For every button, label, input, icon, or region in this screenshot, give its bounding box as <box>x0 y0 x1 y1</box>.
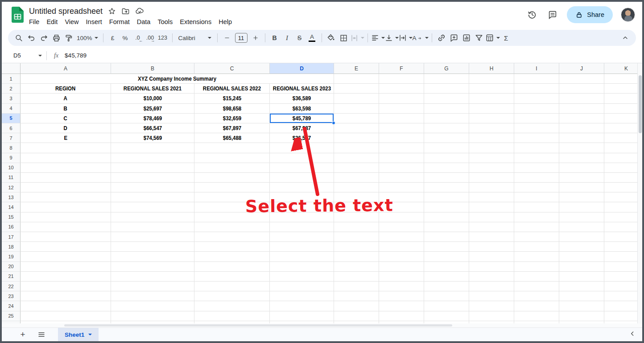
horizontal-align-button[interactable] <box>371 32 385 44</box>
cell-A17[interactable] <box>21 232 111 242</box>
cell-E14[interactable] <box>334 202 379 212</box>
cell-E19[interactable] <box>334 252 379 261</box>
cell-C17[interactable] <box>194 232 270 242</box>
fill-color-button[interactable] <box>325 32 338 44</box>
cell-A18[interactable] <box>21 242 111 252</box>
row-header-10[interactable]: 10 <box>2 163 21 173</box>
cell-I14[interactable] <box>514 202 559 212</box>
cell-B3[interactable]: $10,000 <box>111 94 194 103</box>
cell-D13[interactable] <box>270 192 334 202</box>
cell-F13[interactable] <box>379 192 424 202</box>
show-side-panel-icon[interactable] <box>629 330 636 339</box>
functions-button[interactable]: Σ <box>500 32 512 44</box>
cell-J8[interactable] <box>559 143 604 153</box>
cell-B24[interactable] <box>111 301 194 311</box>
cell-A22[interactable] <box>21 282 111 291</box>
horizontal-scrollbar-thumb[interactable] <box>64 324 452 327</box>
cell-I15[interactable] <box>514 212 559 222</box>
share-button[interactable]: Share <box>567 6 613 23</box>
more-formats-button[interactable]: 123 <box>157 32 169 44</box>
cell-D5-selected[interactable]: $45,789 <box>270 114 334 123</box>
row-header-20[interactable]: 20 <box>2 262 21 272</box>
cell-F11[interactable] <box>379 173 424 183</box>
cell-D9[interactable] <box>270 153 334 163</box>
cell-F6[interactable] <box>379 123 424 133</box>
search-icon[interactable] <box>12 32 25 44</box>
cell-I12[interactable] <box>514 183 559 192</box>
cell-J12[interactable] <box>559 183 604 192</box>
cell-E6[interactable] <box>334 123 379 133</box>
cell-H25[interactable] <box>469 311 514 321</box>
cell-K19[interactable] <box>604 252 642 261</box>
cell-F5[interactable] <box>379 114 424 123</box>
cell-E23[interactable] <box>334 291 379 301</box>
cell-D6[interactable]: $67,987 <box>270 123 334 133</box>
cell-A3[interactable]: A <box>21 94 111 103</box>
cell-C9[interactable] <box>194 153 270 163</box>
cell-J22[interactable] <box>559 282 604 291</box>
row-header-15[interactable]: 15 <box>2 212 21 222</box>
cell-K10[interactable] <box>604 163 642 173</box>
cell-F7[interactable] <box>379 133 424 143</box>
move-to-folder-icon[interactable] <box>121 7 130 16</box>
cell-J25[interactable] <box>559 311 604 321</box>
cell-I1[interactable] <box>514 74 559 84</box>
cell-F22[interactable] <box>379 282 424 291</box>
cell-B4[interactable]: $25,697 <box>111 104 194 114</box>
cell-E5[interactable] <box>334 114 379 123</box>
cell-G17[interactable] <box>424 232 469 242</box>
cell-H8[interactable] <box>469 143 514 153</box>
row-header-17[interactable]: 17 <box>2 232 21 242</box>
cell-D17[interactable] <box>270 232 334 242</box>
cell-G1[interactable] <box>424 74 469 84</box>
cell-H2[interactable] <box>469 84 514 94</box>
cell-H7[interactable] <box>469 133 514 143</box>
cell-B9[interactable] <box>111 153 194 163</box>
menu-help[interactable]: Help <box>215 17 235 26</box>
cell-C12[interactable] <box>194 183 270 192</box>
vertical-scrollbar-thumb[interactable] <box>639 75 642 133</box>
undo-icon[interactable] <box>25 32 37 44</box>
font-family-select[interactable]: Calibri <box>176 32 214 44</box>
cell-F10[interactable] <box>379 163 424 173</box>
cell-A23[interactable] <box>21 291 111 301</box>
vertical-scrollbar[interactable] <box>637 63 642 323</box>
cell-D22[interactable] <box>270 282 334 291</box>
cell-I4[interactable] <box>514 104 559 114</box>
cell-I24[interactable] <box>514 301 559 311</box>
cell-G5[interactable] <box>424 114 469 123</box>
cell-A15[interactable] <box>21 212 111 222</box>
cell-F21[interactable] <box>379 272 424 282</box>
cell-H10[interactable] <box>469 163 514 173</box>
cell-J6[interactable] <box>559 123 604 133</box>
table-views-button[interactable] <box>485 32 500 44</box>
cell-F4[interactable] <box>379 104 424 114</box>
cell-K23[interactable] <box>604 291 642 301</box>
cell-E2[interactable] <box>334 84 379 94</box>
cell-A14[interactable] <box>21 202 111 212</box>
text-color-button[interactable]: A <box>306 32 318 44</box>
cell-K12[interactable] <box>604 183 642 192</box>
row-header-7[interactable]: 7 <box>2 133 21 143</box>
cell-I8[interactable] <box>514 143 559 153</box>
cell-D7[interactable]: $36,547 <box>270 133 334 143</box>
cell-G3[interactable] <box>424 94 469 103</box>
cell-C24[interactable] <box>194 301 270 311</box>
cell-B23[interactable] <box>111 291 194 301</box>
column-header-B[interactable]: B <box>111 63 194 74</box>
cell-A7[interactable]: E <box>21 133 111 143</box>
column-header-D[interactable]: D <box>270 63 334 74</box>
column-header-F[interactable]: F <box>379 63 424 74</box>
cell-I6[interactable] <box>514 123 559 133</box>
cell-B11[interactable] <box>111 173 194 183</box>
cell-C4[interactable]: $98,658 <box>194 104 270 114</box>
cell-A24[interactable] <box>21 301 111 311</box>
cell-D23[interactable] <box>270 291 334 301</box>
column-header-I[interactable]: I <box>514 63 559 74</box>
row-header-13[interactable]: 13 <box>2 192 21 202</box>
cell-E1[interactable] <box>334 74 379 84</box>
cell-C22[interactable] <box>194 282 270 291</box>
cell-C25[interactable] <box>194 311 270 321</box>
cell-C15[interactable] <box>194 212 270 222</box>
cell-B12[interactable] <box>111 183 194 192</box>
